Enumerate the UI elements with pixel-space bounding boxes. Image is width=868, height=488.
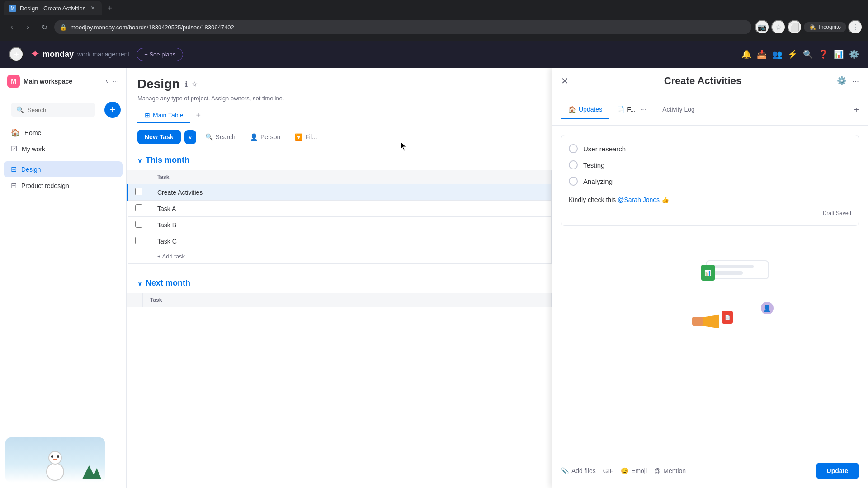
board-tabs: ⊞ Main Table +	[137, 107, 541, 124]
add-tab-button[interactable]: +	[192, 107, 204, 124]
back-button[interactable]: ‹	[5, 21, 18, 33]
files-tab-more[interactable]: ···	[638, 100, 648, 119]
panel-tab-activity-log[interactable]: Activity Log	[655, 100, 702, 119]
menu-button[interactable]: ⋮	[848, 20, 863, 34]
new-tab-button[interactable]: +	[104, 2, 116, 14]
people-icon[interactable]: 👥	[772, 49, 782, 59]
panel-tab-updates[interactable]: 🏠 Updates	[561, 100, 609, 119]
task-column-header: Task	[150, 170, 552, 184]
search-toolbar-icon: 🔍	[205, 133, 213, 141]
sidebar-item-product-redesign[interactable]: ⊟ Product redesign	[4, 178, 123, 193]
updates-tab-label: Updates	[579, 106, 602, 113]
section-toggle-icon: ∨	[137, 157, 142, 164]
see-plans-button[interactable]: + See plans	[137, 48, 183, 61]
new-task-dropdown-button[interactable]: ∨	[184, 130, 196, 144]
sidebar-item-label: My work	[22, 145, 45, 153]
add-files-tool[interactable]: 📎 Add files	[561, 467, 596, 474]
section-next-month[interactable]: ∨ Next month	[127, 273, 552, 293]
star-icon[interactable]: ☆	[191, 80, 198, 89]
checklist-radio[interactable]	[569, 177, 578, 186]
sidebar-item-home[interactable]: 🏠 Home	[4, 125, 123, 141]
workspace-more-icon[interactable]: ···	[113, 77, 119, 85]
add-task-label[interactable]: + Add task	[150, 249, 552, 264]
board-content: ∨ This month Task Create Activities	[127, 150, 552, 488]
emoji-tool[interactable]: 😊 Emoji	[621, 467, 647, 474]
sidebar-search[interactable]: 🔍	[11, 103, 95, 117]
board-header: Design ℹ ☆ Manage any type of project. A…	[127, 68, 552, 124]
forward-button[interactable]: ›	[22, 21, 34, 33]
add-board-button[interactable]: +	[104, 102, 121, 118]
table-row[interactable]: Task B	[127, 217, 552, 233]
monday-logo: ✦ monday work management	[31, 48, 129, 60]
checklist-radio[interactable]	[569, 144, 578, 153]
checklist-radio[interactable]	[569, 160, 578, 169]
task-column-header: Task	[143, 293, 552, 307]
task-checkbox[interactable]	[135, 204, 142, 211]
search-toolbar-button[interactable]: 🔍 Search	[200, 130, 241, 144]
panel-more-icon[interactable]: ···	[852, 76, 859, 86]
checklist-item-analyzing[interactable]: Analyzing	[569, 173, 851, 189]
task-checkbox[interactable]	[135, 221, 142, 228]
settings-icon[interactable]: ⚙️	[849, 49, 859, 59]
reload-button[interactable]: ↻	[38, 21, 51, 33]
info-icon[interactable]: ℹ	[185, 80, 188, 89]
update-button[interactable]: Update	[816, 463, 859, 479]
filter-toolbar-button[interactable]: 🔽 Fil...	[289, 130, 322, 144]
board-title: Design	[137, 77, 179, 91]
search-icon[interactable]: 🔍	[803, 49, 813, 59]
panel-title: Create Activities	[664, 75, 742, 87]
camera-icon[interactable]: 📷	[755, 20, 769, 34]
gif-tool[interactable]: GIF	[603, 467, 613, 474]
person-toolbar-button[interactable]: 👤 Person	[245, 130, 286, 144]
person-toolbar-icon: 👤	[250, 133, 258, 141]
workspace-name: Main workspace	[24, 78, 102, 85]
tab-main-table[interactable]: ⊞ Main Table	[137, 108, 190, 123]
paperclip-icon: 📎	[561, 467, 569, 474]
sidebar-item-design[interactable]: ⊟ Design	[4, 161, 123, 177]
panel-tab-files[interactable]: 📄 F... ···	[609, 94, 655, 125]
search-toolbar-label: Search	[216, 133, 236, 141]
active-tab[interactable]: M Design - Create Activities ✕	[4, 1, 102, 15]
board-title-row: Design ℹ ☆	[137, 77, 541, 91]
table-row[interactable]: Task A	[127, 201, 552, 217]
panel-tab-add-button[interactable]: +	[854, 105, 859, 115]
mention-link[interactable]: @Sarah Jones	[618, 196, 660, 203]
help-icon[interactable]: ❓	[818, 49, 828, 59]
panel-close-button[interactable]: ✕	[561, 75, 569, 86]
task-checkbox[interactable]	[135, 237, 142, 244]
search-icon: 🔍	[16, 106, 24, 113]
new-task-button[interactable]: New Task	[137, 130, 181, 144]
filter-toolbar-icon: 🔽	[295, 133, 302, 141]
workspace-chevron-icon[interactable]: ∨	[105, 78, 109, 84]
incognito-button[interactable]: 🕵️ Incognito	[804, 22, 846, 32]
checklist-item-label: Testing	[583, 161, 605, 169]
sheet-icon: 📊	[701, 265, 715, 281]
panel-settings-icon[interactable]: ⚙️	[837, 76, 847, 86]
sidebar-item-my-work[interactable]: ☑ My work	[4, 141, 123, 157]
apps-grid-icon[interactable]: ⊞	[9, 47, 24, 61]
bookmark-icon[interactable]: ☆	[771, 20, 786, 34]
see-plans-label: + See plans	[144, 51, 175, 58]
integrations-icon[interactable]: ⚡	[788, 49, 797, 59]
analytics-icon[interactable]: 📊	[834, 49, 844, 59]
task-name: Task B	[150, 217, 552, 233]
table-row[interactable]: Task C	[127, 233, 552, 249]
address-bar[interactable]: 🔒 moodjoy.monday.com/boards/1830420525/p…	[54, 20, 751, 34]
notifications-icon[interactable]: 🔔	[741, 49, 751, 59]
section-this-month[interactable]: ∨ This month	[127, 150, 552, 170]
tab-title: Design - Create Activities	[20, 5, 85, 12]
sidebar-items: 🏠 Home ☑ My work ⊟ Design ⊟ Product rede…	[0, 124, 126, 432]
table-row[interactable]: Create Activities	[127, 184, 552, 201]
extensions-icon[interactable]: ⬜	[788, 20, 802, 34]
search-input[interactable]	[28, 107, 90, 113]
filter-toolbar-label: Fil...	[305, 133, 317, 141]
checklist-item-testing[interactable]: Testing	[569, 157, 851, 173]
inbox-icon[interactable]: 📥	[757, 49, 767, 59]
add-task-row[interactable]: + Add task	[127, 249, 552, 264]
activity-log-tab-label: Activity Log	[662, 106, 695, 113]
task-checkbox[interactable]	[135, 188, 142, 195]
checklist-item-user-research[interactable]: User research	[569, 141, 851, 157]
tab-close-button[interactable]: ✕	[89, 5, 96, 12]
mention-tool[interactable]: @ Mention	[654, 467, 686, 474]
sidebar-header: M Main workspace ∨ ···	[0, 68, 126, 95]
